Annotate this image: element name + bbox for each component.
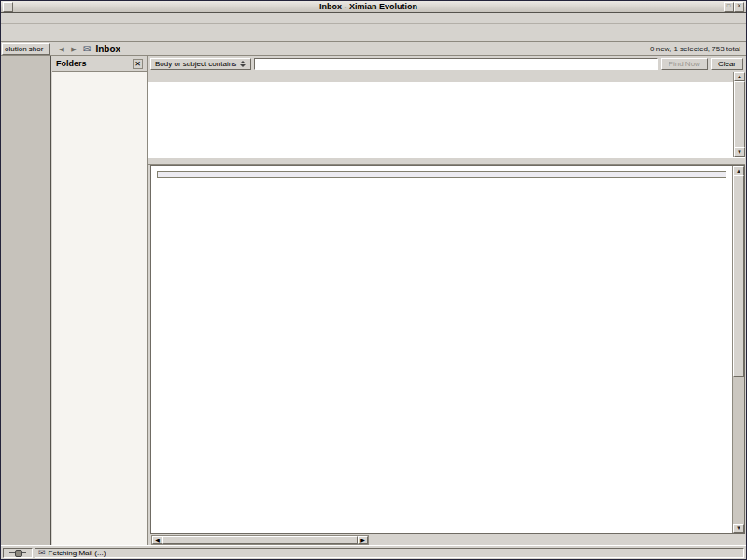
window-menu-icon[interactable] [3, 2, 13, 12]
back-button[interactable]: ◀ [57, 44, 66, 54]
online-status-button[interactable] [3, 548, 33, 558]
status-text: Fetching Mail (...) [49, 549, 106, 557]
horizontal-scrollbar[interactable]: ◀ ▶ [151, 535, 369, 545]
scroll-thumb[interactable] [734, 81, 745, 147]
scroll-left-icon[interactable]: ◀ [152, 536, 162, 544]
dropdown-arrows-icon [240, 58, 247, 70]
folder-pane-header: Folders ✕ [52, 56, 147, 72]
search-input[interactable] [254, 58, 658, 70]
folder-title-bar: ◀ ▶ ✉ Inbox 0 new, 1 selected, 753 total [53, 42, 744, 55]
online-plug-icon [9, 549, 26, 556]
toolbar [1, 23, 746, 42]
message-counts: 0 new, 1 selected, 753 total [650, 45, 740, 53]
location-row: olution shor ◀ ▶ ✉ Inbox 0 new, 1 select… [1, 42, 746, 56]
shortcut-bar-tab[interactable]: olution shor [2, 43, 50, 55]
pane-splitter[interactable]: ····· [148, 157, 745, 165]
search-criteria-label: Body or subject contains [155, 60, 236, 68]
scroll-down-icon[interactable]: ▼ [734, 147, 745, 157]
scroll-thumb[interactable] [733, 175, 744, 377]
scroll-track [733, 175, 744, 524]
status-bar: Fetching Mail (...) [1, 545, 746, 559]
message-list-scrollbar[interactable]: ▲ ▼ [733, 72, 745, 157]
message-headers [157, 171, 726, 178]
shortcut-bar [1, 56, 51, 545]
preview-scrollbar[interactable]: ▲ ▼ [732, 166, 744, 533]
maximize-button[interactable]: □ [724, 2, 734, 12]
folder-pane: Folders ✕ [52, 56, 148, 545]
preview-pane: ▲ ▼ [150, 165, 745, 534]
message-body [151, 181, 732, 187]
preview-content [151, 166, 732, 533]
bottom-strip: ◀ ▶ [148, 534, 745, 545]
message-list-header [148, 72, 733, 82]
mail-area: Body or subject contains Find Now Clear … [148, 56, 745, 545]
folder-pane-title: Folders [56, 59, 87, 68]
scroll-track [734, 81, 745, 147]
scroll-down-icon[interactable]: ▼ [733, 524, 744, 533]
current-folder-title: Inbox [95, 44, 120, 54]
find-now-button[interactable]: Find Now [661, 58, 708, 70]
mail-icon [38, 548, 46, 557]
message-rows [148, 82, 733, 157]
scroll-up-icon[interactable]: ▲ [733, 166, 744, 175]
status-message-cell: Fetching Mail (...) [35, 548, 744, 558]
folder-tree [52, 72, 147, 545]
scroll-up-icon[interactable]: ▲ [734, 72, 745, 81]
search-criteria-dropdown[interactable]: Body or subject contains [150, 58, 251, 70]
close-button[interactable]: ✕ [734, 2, 744, 12]
search-bar: Body or subject contains Find Now Clear [148, 56, 745, 72]
evolution-window: Inbox - Ximian Evolution □ ✕ olution sho… [0, 0, 747, 560]
scroll-right-icon[interactable]: ▶ [358, 536, 368, 544]
titlebar[interactable]: Inbox - Ximian Evolution □ ✕ [1, 1, 746, 13]
window-title: Inbox - Ximian Evolution [13, 1, 724, 12]
scroll-thumb[interactable] [162, 536, 358, 544]
clear-button[interactable]: Clear [711, 58, 743, 70]
message-list: ▲ ▼ [148, 72, 745, 157]
inbox-folder-icon: ✉ [83, 44, 91, 54]
forward-button[interactable]: ▶ [69, 44, 78, 54]
close-icon[interactable]: ✕ [133, 59, 143, 69]
